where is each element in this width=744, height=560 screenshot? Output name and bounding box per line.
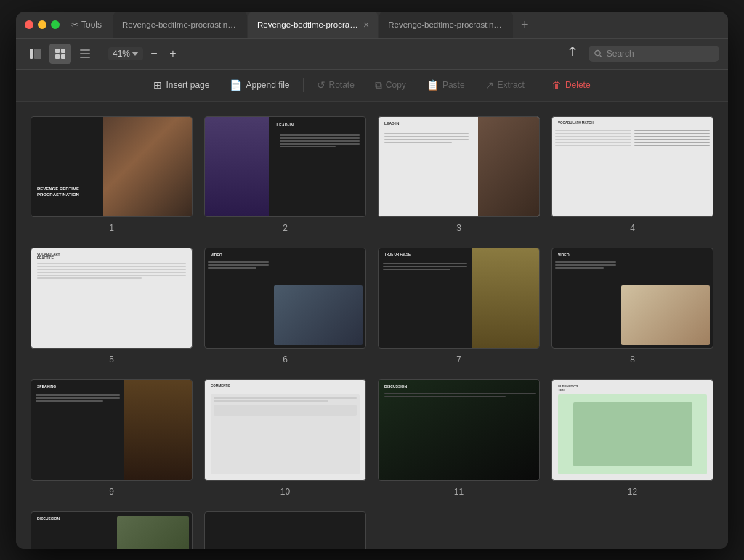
svg-rect-0 <box>30 49 33 59</box>
svg-point-9 <box>595 51 600 56</box>
delete-button[interactable]: 🗑 Delete <box>543 76 599 94</box>
svg-rect-1 <box>34 49 41 59</box>
page-item-12[interactable]: CHRONOTYPETEST 12 <box>551 379 713 496</box>
page-item-11[interactable]: DISCUSSION 11 <box>378 379 540 496</box>
page-item-3[interactable]: LEAD-IN 3 <box>378 116 540 233</box>
page-item-6[interactable]: VIDEO 6 <box>204 248 366 365</box>
zoom-value: 41% <box>113 49 130 59</box>
delete-label: Delete <box>565 80 591 90</box>
page-thumb-3: LEAD-IN <box>378 116 540 217</box>
svg-rect-2 <box>55 49 60 53</box>
tab-bar: Revenge-bedtime-procrastination-Light Re… <box>113 12 719 38</box>
svg-rect-8 <box>80 57 90 58</box>
insert-page-label: Insert page <box>166 80 209 90</box>
extract-label: Extract <box>498 80 525 90</box>
traffic-lights <box>25 20 60 29</box>
action-divider-1 <box>303 78 304 92</box>
extract-button[interactable]: ↗ Extract <box>477 76 533 94</box>
page-num-5: 5 <box>109 354 114 365</box>
rotate-button[interactable]: ↺ Rotate <box>308 76 363 94</box>
minimize-button[interactable] <box>38 20 46 29</box>
page-num-9: 9 <box>109 487 114 497</box>
page-thumb-5: VOCABULARYPRACTICE <box>31 248 193 349</box>
grid-view-button[interactable] <box>49 44 71 64</box>
rotate-icon: ↺ <box>317 79 326 91</box>
search-box[interactable] <box>589 46 719 62</box>
page-num-10: 10 <box>280 487 290 497</box>
copy-label: Copy <box>386 80 406 90</box>
append-file-icon: 📄 <box>230 79 242 91</box>
page-thumb-9: SPEAKING <box>31 379 193 480</box>
tab-dark-close[interactable]: × <box>363 20 369 30</box>
toolbar: 41% − + <box>16 39 728 70</box>
toolbar-left: 41% − + <box>25 44 181 64</box>
add-tab-button[interactable]: + <box>514 12 535 38</box>
page-num-2: 2 <box>283 223 288 233</box>
page-thumb-6: VIDEO <box>204 248 366 349</box>
tools-label: Tools <box>81 20 102 30</box>
svg-line-10 <box>600 55 602 57</box>
svg-rect-4 <box>55 54 60 59</box>
tab-dark[interactable]: Revenge-bedtime-procrastination-Da... × <box>248 12 378 38</box>
close-button[interactable] <box>25 20 33 29</box>
share-button[interactable] <box>562 44 583 64</box>
list-view-button[interactable] <box>74 44 96 64</box>
svg-rect-6 <box>80 49 90 51</box>
maximize-button[interactable] <box>51 20 60 29</box>
tab-a4-label: Revenge-bedtime-procrastination-A4 <box>388 20 504 29</box>
extract-icon: ↗ <box>485 79 494 91</box>
page-item-1[interactable]: REVENGE BEDTIMEPROCRASTINATION 1 <box>31 116 193 233</box>
tab-light-label: Revenge-bedtime-procrastination-Light <box>122 20 238 29</box>
insert-page-icon: ⊞ <box>153 79 162 91</box>
page-thumb-8: VIDEO <box>551 248 713 349</box>
page-item-8[interactable]: VIDEO 8 <box>551 248 713 365</box>
paste-label: Paste <box>442 80 465 90</box>
pages-area: REVENGE BEDTIMEPROCRASTINATION 1 LEAD-IN <box>16 102 728 549</box>
page-thumb-4: VOCABULARY MATCH <box>551 116 713 217</box>
page-item-4[interactable]: VOCABULARY MATCH <box>551 116 713 233</box>
zoom-control[interactable]: 41% <box>108 47 143 60</box>
page-thumb-2: LEAD-IN <box>204 116 366 217</box>
page-item-10[interactable]: COMMENTS 10 <box>204 379 366 496</box>
page-num-1: 1 <box>109 223 114 233</box>
page-thumb-10: COMMENTS <box>204 379 366 480</box>
tab-a4[interactable]: Revenge-bedtime-procrastination-A4 <box>379 12 513 38</box>
page-item-14[interactable]: ANY QUESTIONS? 14 <box>204 511 366 549</box>
append-file-label: Append file <box>246 80 289 90</box>
paste-icon: 📋 <box>426 79 439 91</box>
page-thumb-14: ANY QUESTIONS? <box>204 511 366 549</box>
page-num-4: 4 <box>630 223 635 233</box>
zoom-increase-button[interactable]: + <box>165 46 181 62</box>
page-num-7: 7 <box>456 354 461 365</box>
page-num-11: 11 <box>454 487 464 497</box>
tools-menu[interactable]: ✂ Tools <box>71 20 102 30</box>
copy-icon: ⧉ <box>375 79 382 92</box>
sidebar-toggle-button[interactable] <box>25 44 46 64</box>
page-num-8: 8 <box>630 354 635 365</box>
page-item-2[interactable]: LEAD-IN 2 <box>204 116 366 233</box>
page-item-13[interactable]: DISCUSSION 13 <box>31 511 193 549</box>
svg-rect-5 <box>61 54 65 59</box>
search-icon <box>594 49 602 58</box>
page-thumb-13: DISCUSSION <box>31 511 193 549</box>
insert-page-button[interactable]: ⊞ Insert page <box>145 76 218 94</box>
page-item-5[interactable]: VOCABULARYPRACTICE 5 <box>31 248 193 365</box>
zoom-decrease-button[interactable]: − <box>146 46 162 62</box>
rotate-label: Rotate <box>329 80 355 90</box>
page-thumb-1: REVENGE BEDTIMEPROCRASTINATION <box>31 116 193 217</box>
tools-icon: ✂ <box>71 20 78 30</box>
page-item-9[interactable]: SPEAKING 9 <box>31 379 193 496</box>
app-window: ✂ Tools Revenge-bedtime-procrastination-… <box>16 12 728 549</box>
paste-button[interactable]: 📋 Paste <box>418 76 474 94</box>
action-bar: ⊞ Insert page 📄 Append file ↺ Rotate ⧉ C… <box>16 70 728 102</box>
page-thumb-7: TRUE OR FALSE <box>378 248 540 349</box>
page-num-12: 12 <box>628 487 637 497</box>
search-input[interactable] <box>607 49 713 59</box>
copy-button[interactable]: ⧉ Copy <box>366 76 415 95</box>
page-thumb-12: CHRONOTYPETEST <box>551 379 713 480</box>
tab-light[interactable]: Revenge-bedtime-procrastination-Light <box>113 12 247 38</box>
append-file-button[interactable]: 📄 Append file <box>221 76 298 94</box>
page-num-3: 3 <box>456 223 461 233</box>
page-item-7[interactable]: TRUE OR FALSE 7 <box>378 248 540 365</box>
page-thumb-11: DISCUSSION <box>378 379 540 480</box>
